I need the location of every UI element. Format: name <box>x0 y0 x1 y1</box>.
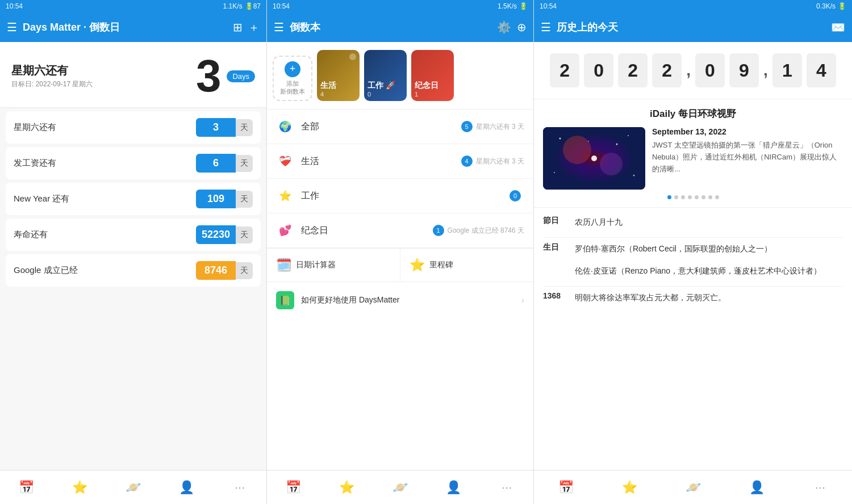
tab-user-1[interactable]: 👤 <box>160 471 213 504</box>
countdown-book-title: 倒数本 <box>290 20 491 34</box>
date-digit-5: 9 <box>729 53 759 87</box>
milestone-label: 里程碑 <box>429 260 453 270</box>
life-card[interactable]: 生活 4 <box>317 50 360 101</box>
date-calculator-button[interactable]: 🗓️ 日期计算器 <box>267 249 400 282</box>
hamburger-icon-1[interactable]: ☰ <box>7 20 17 34</box>
svg-point-5 <box>559 138 561 140</box>
add-icon-2[interactable]: ⊕ <box>517 20 527 34</box>
dot-1 <box>667 195 671 199</box>
panel-countdown-book: 10:54 1.5K/s 🔋 ☰ 倒数本 ⚙️ ⊕ + 添加新倒数本 生活 4 … <box>267 0 534 504</box>
tab-calendar-2[interactable]: 📅 <box>267 471 320 504</box>
hero-label: 星期六还有 <box>11 63 93 78</box>
menu-item-all[interactable]: 🌍 全部 5 星期六还有 3 天 <box>267 110 533 144</box>
dot-3 <box>681 195 685 199</box>
tab-bar-1: 📅 ⭐ 🪐 👤 ··· <box>0 470 266 504</box>
menu-item-work[interactable]: ⭐ 工作 0 <box>267 179 533 213</box>
list-item[interactable]: 寿命还有 52230 天 <box>6 219 261 251</box>
share-icon[interactable]: ✉️ <box>831 20 845 34</box>
tab-calendar-3[interactable]: 📅 <box>534 471 598 504</box>
tab-more-3[interactable]: ··· <box>788 471 852 504</box>
menu-sub-anniv: Google 成立已经 8746 天 <box>448 226 524 236</box>
category-menu: 🌍 全部 5 星期六还有 3 天 ❤️‍🩹 生活 4 星期六还有 3 天 ⭐ 工… <box>267 110 533 470</box>
menu-item-anniv[interactable]: 💕 纪念日 1 Google 成立已经 8746 天 <box>267 213 533 248</box>
cards-row: + 添加新倒数本 生活 4 工作 🚀 0 纪念日 1 <box>267 42 533 110</box>
article-desc: JWST 太空望远镜拍摄的第一张「猎户座星云」（Orion Nebula）照片，… <box>652 140 843 175</box>
tab-more-2[interactable]: ··· <box>480 471 533 504</box>
status-bar-1: 10:54 1.1K/s 🔋87 <box>0 0 266 12</box>
tab-calendar-1[interactable]: 📅 <box>0 471 53 504</box>
history-item-1368: 1368 明朝大将徐达率军攻占元大都，元朝灭亡。 <box>543 291 843 304</box>
add-card-label: 添加新倒数本 <box>280 79 305 96</box>
user-icon: 👤 <box>179 480 194 495</box>
add-card-button[interactable]: + 添加新倒数本 <box>273 56 312 101</box>
list-item[interactable]: 星期六还有 3 天 <box>6 111 261 144</box>
count-box: 3 <box>196 118 236 137</box>
count-box: 109 <box>196 190 236 208</box>
milestone-icon: ⭐ <box>410 258 425 272</box>
settings-icon[interactable]: ⚙️ <box>497 20 511 34</box>
tab-star-3[interactable]: ⭐ <box>598 471 661 504</box>
hero-section: 星期六还有 目标日: 2022-09-17 星期六 3 Days <box>0 42 266 108</box>
article-date: September 13, 2022 <box>652 127 843 136</box>
svg-point-2 <box>563 136 591 164</box>
howto-button[interactable]: 📗 如何更好地使用 DaysMatter › <box>267 282 533 318</box>
howto-text: 如何更好地使用 DaysMatter <box>301 295 521 305</box>
svg-point-8 <box>554 172 555 173</box>
tab-planet-1[interactable]: 🪐 <box>107 471 160 504</box>
planet-icon-2: 🪐 <box>392 480 408 495</box>
user-icon-3: 👤 <box>749 480 765 495</box>
work-card[interactable]: 工作 🚀 0 <box>364 50 407 101</box>
date-digit-0: 2 <box>550 53 579 87</box>
calendar-icon: 📅 <box>19 480 34 495</box>
tab-planet-2[interactable]: 🪐 <box>374 471 427 504</box>
menu-sub-life: 星期六还有 3 天 <box>476 157 524 166</box>
history-title: 历史上的今天 <box>557 20 825 34</box>
list-item[interactable]: New Year 还有 109 天 <box>6 183 261 215</box>
date-sep-1: , <box>686 53 691 87</box>
hamburger-icon-3[interactable]: ☰ <box>541 20 551 34</box>
nav-bar-3: ☰ 历史上的今天 ✉️ <box>534 12 852 42</box>
list-item[interactable]: 发工资还有 6 天 <box>6 147 261 179</box>
star-icon-2: ⭐ <box>339 480 354 495</box>
date-sep-2: , <box>763 53 768 87</box>
history-val-festival: 农历八月十九 <box>575 216 843 228</box>
milestone-button[interactable]: ⭐ 里程碑 <box>400 249 533 282</box>
list-item[interactable]: Google 成立已经 8746 天 <box>6 254 261 287</box>
status-icons-3: 0.3K/s 🔋 <box>816 2 846 10</box>
tab-planet-3[interactable]: 🪐 <box>661 471 725 504</box>
menu-label-work: 工作 <box>301 190 509 202</box>
app-title: Days Matter · 倒数日 <box>23 20 227 34</box>
history-val-1368: 明朝大将徐达率军攻占元大都，元朝灭亡。 <box>575 291 843 304</box>
date-digit-4: 0 <box>695 53 725 87</box>
dot-6 <box>701 195 705 199</box>
badge-anniv: 1 <box>433 225 444 236</box>
unit-box: 天 <box>236 262 253 279</box>
history-item-festival: 節日 农历八月十九 <box>543 216 843 228</box>
tab-more-1[interactable]: ··· <box>213 471 266 504</box>
menu-label-all: 全部 <box>301 121 461 133</box>
tab-star-2[interactable]: ⭐ <box>320 471 374 504</box>
grid-icon[interactable]: ⊞ <box>233 20 243 34</box>
menu-label-anniv: 纪念日 <box>301 225 433 237</box>
date-display: 2 0 2 2 , 0 9 , 1 4 <box>534 42 852 99</box>
tab-star-1[interactable]: ⭐ <box>53 471 107 504</box>
hamburger-icon-2[interactable]: ☰ <box>274 20 284 34</box>
divider-2 <box>543 286 843 287</box>
svg-point-7 <box>633 175 635 177</box>
add-icon-1[interactable]: ＋ <box>248 20 260 35</box>
tab-user-2[interactable]: 👤 <box>427 471 480 504</box>
more-icon-2: ··· <box>502 480 512 495</box>
more-icon-3: ··· <box>815 480 825 495</box>
anniv-card[interactable]: 纪念日 1 <box>411 50 454 101</box>
unit-box: 天 <box>236 191 253 208</box>
date-digit-7: 4 <box>807 53 836 87</box>
calendar-icon-2: 📅 <box>286 480 301 495</box>
menu-item-life[interactable]: ❤️‍🩹 生活 4 星期六还有 3 天 <box>267 144 533 179</box>
count-box: 52230 <box>196 225 236 244</box>
panel-days-matter: 10:54 1.1K/s 🔋87 ☰ Days Matter · 倒数日 ⊞ ＋… <box>0 0 267 504</box>
anniv-card-label: 纪念日 <box>415 81 450 91</box>
tab-user-3[interactable]: 👤 <box>725 471 788 504</box>
life-card-count: 4 <box>320 91 356 98</box>
date-digit-3: 2 <box>652 53 682 87</box>
status-bar-2: 10:54 1.5K/s 🔋 <box>267 0 533 12</box>
